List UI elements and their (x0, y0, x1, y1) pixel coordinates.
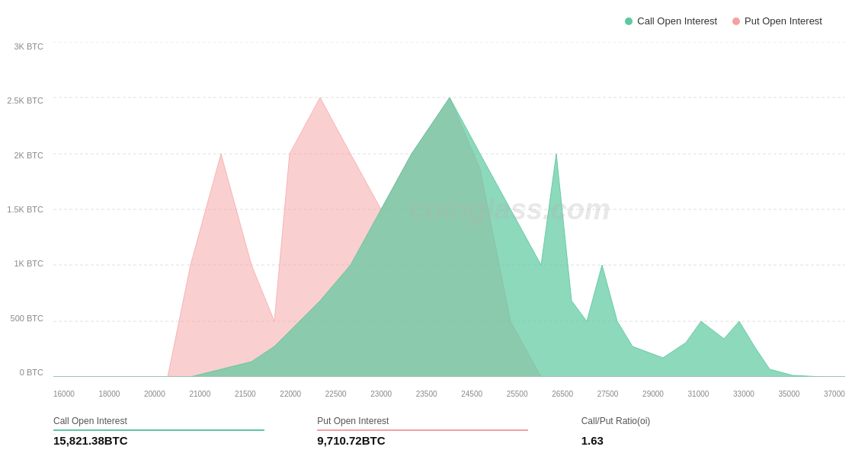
y-label-0: 0 BTC (20, 368, 43, 377)
ratio-underline (581, 429, 793, 431)
x-label-23500: 23500 (416, 390, 437, 398)
call-dot (625, 18, 633, 25)
x-label-16000: 16000 (53, 390, 75, 398)
stat-call: Call Open Interest 15,821.38BTC (53, 416, 317, 447)
put-underline (317, 429, 528, 431)
x-label-35000: 35000 (779, 390, 800, 398)
x-label-22500: 22500 (325, 390, 347, 398)
y-label-3k: 3K BTC (14, 42, 43, 51)
x-label-21000: 21000 (189, 390, 210, 398)
stat-call-label: Call Open Interest (53, 416, 317, 426)
x-label-31000: 31000 (688, 390, 709, 398)
x-label-23000: 23000 (370, 390, 392, 398)
call-underline (53, 429, 264, 431)
chart-area: coinglass.com (53, 42, 845, 377)
x-label-29000: 29000 (642, 390, 664, 398)
x-label-18000: 18000 (98, 390, 120, 398)
stat-ratio-value: 1.63 (581, 434, 845, 447)
stat-call-value: 15,821.38BTC (53, 434, 317, 447)
chart-container: Call Open Interest Put Open Interest 3K … (0, 0, 868, 453)
x-label-21500: 21500 (235, 390, 256, 398)
legend-call-label: Call Open Interest (637, 15, 717, 27)
x-label-26500: 26500 (552, 390, 573, 398)
legend-put-label: Put Open Interest (745, 15, 822, 27)
x-label-22000: 22000 (280, 390, 301, 398)
y-label-2.5k: 2.5K BTC (7, 96, 43, 105)
y-axis: 3K BTC 2.5K BTC 2K BTC 1.5K BTC 1K BTC 5… (0, 42, 50, 377)
y-label-1k: 1K BTC (14, 259, 43, 268)
x-label-20000: 20000 (144, 390, 165, 398)
legend-call: Call Open Interest (625, 15, 717, 27)
put-dot (732, 18, 740, 25)
stat-ratio: Call/Put Ratio(oi) 1.63 (581, 416, 845, 447)
x-label-33000: 33000 (733, 390, 754, 398)
y-label-1.5k: 1.5K BTC (7, 205, 43, 214)
call-area (53, 97, 845, 377)
stat-put-label: Put Open Interest (317, 416, 581, 426)
legend-put: Put Open Interest (732, 15, 822, 27)
stat-ratio-label: Call/Put Ratio(oi) (581, 416, 845, 426)
chart-legend: Call Open Interest Put Open Interest (625, 15, 822, 27)
y-label-500: 500 BTC (11, 314, 43, 323)
x-label-27500: 27500 (597, 390, 619, 398)
stat-put: Put Open Interest 9,710.72BTC (317, 416, 581, 447)
x-axis: 16000 18000 20000 21000 21500 22000 2250… (53, 390, 845, 398)
x-label-25500: 25500 (507, 390, 528, 398)
y-label-2k: 2K BTC (14, 151, 43, 160)
chart-svg (53, 42, 845, 377)
x-label-37000: 37000 (824, 390, 845, 398)
stat-put-value: 9,710.72BTC (317, 434, 581, 447)
stats-row: Call Open Interest 15,821.38BTC Put Open… (53, 416, 845, 447)
x-label-24500: 24500 (461, 390, 482, 398)
